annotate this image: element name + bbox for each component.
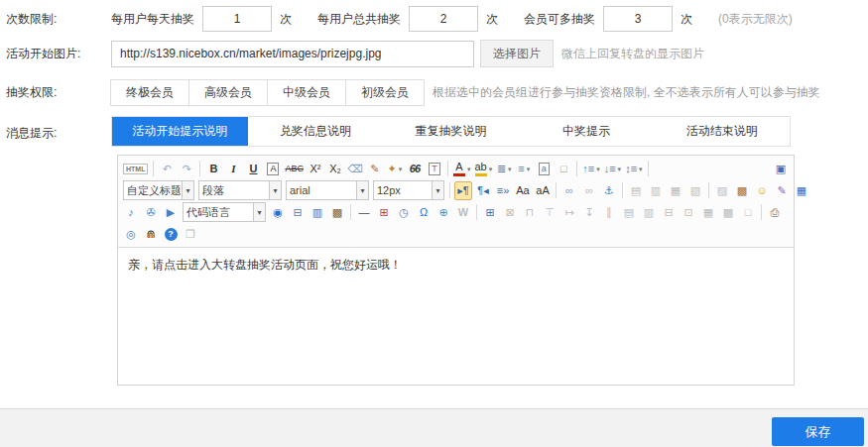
font-color-button[interactable]: A▾ bbox=[452, 160, 472, 178]
unlink-button[interactable]: ∞ bbox=[580, 181, 598, 200]
emoticon-button[interactable]: ☺ bbox=[753, 181, 771, 200]
image-align-left-icon: ▤ bbox=[631, 185, 641, 196]
undo-button[interactable]: ↶ bbox=[158, 160, 176, 178]
attachment-button[interactable]: ✇ bbox=[142, 203, 160, 222]
direction-ltr-button[interactable]: ▸¶ bbox=[454, 181, 472, 200]
image-align-right-button[interactable]: ▧ bbox=[686, 181, 704, 200]
insert-row-button[interactable]: ▤ bbox=[620, 203, 638, 222]
member-group-button[interactable]: 初级会员 bbox=[345, 79, 425, 106]
blockquote-button[interactable]: 66 bbox=[406, 160, 424, 178]
insert-table-button[interactable]: ⊞ bbox=[481, 203, 499, 222]
word-image-button[interactable]: W bbox=[454, 203, 472, 222]
remove-format-button[interactable]: ⌫ bbox=[346, 160, 364, 178]
message-tab[interactable]: 中奖提示 bbox=[519, 117, 655, 146]
direction-rtl-button[interactable]: ¶◂ bbox=[474, 181, 492, 200]
editor-content[interactable]: 亲，请点击进入大转盘抽奖活动页面，祝您好运哦！ bbox=[118, 248, 794, 385]
scrawl-button[interactable]: ✎ bbox=[773, 181, 791, 200]
insert-flash-button[interactable]: ▶ bbox=[162, 203, 180, 222]
choose-image-button[interactable]: 选择图片 bbox=[480, 40, 554, 67]
anchor-button[interactable]: ⚓ bbox=[600, 181, 618, 200]
insert-columns-button[interactable]: ▥ bbox=[309, 203, 326, 222]
merge-cells-button[interactable]: ▦ bbox=[699, 203, 717, 222]
superscript-button[interactable]: X² bbox=[307, 160, 324, 178]
delete-table-icon: ⊠ bbox=[505, 207, 514, 218]
limit-count-input[interactable] bbox=[603, 6, 673, 32]
delete-row-button[interactable]: ⊟ bbox=[660, 203, 678, 222]
custom-title-select[interactable]: 自定义标题▾ bbox=[123, 180, 194, 200]
search-replace-button[interactable]: ⋒ bbox=[142, 225, 160, 244]
paragraph-spacing-bottom-button[interactable]: ↓≡▾ bbox=[603, 160, 622, 178]
paste-plain-text-button[interactable]: T bbox=[426, 160, 443, 178]
auto-typeset-button[interactable]: ✦▾ bbox=[386, 160, 404, 178]
bold-button[interactable]: B bbox=[204, 160, 222, 178]
html-source-button[interactable]: HTML bbox=[122, 160, 149, 178]
format-brush-button[interactable]: ✎ bbox=[366, 160, 384, 178]
font-family-select[interactable]: arial▾ bbox=[286, 180, 369, 200]
table-caption-button[interactable]: ⊓ bbox=[521, 203, 539, 222]
member-group-button[interactable]: 终极会员 bbox=[110, 79, 189, 106]
insert-map-button[interactable]: ⊕ bbox=[434, 203, 452, 222]
insert-time-button[interactable]: ◷ bbox=[395, 203, 413, 222]
to-lowercase-button[interactable]: aA bbox=[534, 181, 552, 200]
background-color-button[interactable]: ab▾ bbox=[473, 160, 493, 178]
insert-column-button[interactable]: ▥ bbox=[640, 203, 658, 222]
code-language-select[interactable]: 代码语言▾ bbox=[183, 202, 266, 222]
special-characters-button[interactable]: Ω bbox=[415, 203, 433, 222]
message-tab[interactable]: 活动结束说明 bbox=[654, 117, 790, 146]
insert-link-button[interactable]: ∞ bbox=[560, 181, 578, 200]
merge-cells-right-button[interactable]: ↦ bbox=[560, 203, 578, 222]
insert-image-button[interactable]: ▨ bbox=[713, 181, 731, 200]
font-border-button[interactable]: A bbox=[264, 160, 282, 178]
new-page-button[interactable]: □ bbox=[555, 160, 572, 178]
preview-button[interactable]: ◎ bbox=[122, 225, 140, 244]
line-height-button[interactable]: ↕≡▾ bbox=[624, 160, 643, 178]
limit-count-input[interactable] bbox=[409, 6, 478, 32]
fullscreen-button[interactable]: ▣ bbox=[772, 160, 790, 178]
member-group-button[interactable]: 高级会员 bbox=[188, 79, 268, 106]
limit-count-input[interactable] bbox=[202, 6, 272, 32]
strikethrough-button[interactable]: ABC bbox=[284, 160, 305, 178]
help-button[interactable]: ? bbox=[162, 225, 180, 244]
insert-date-button[interactable]: ⊞ bbox=[375, 203, 393, 222]
table-background-button[interactable]: □ bbox=[739, 203, 757, 222]
delete-column-button[interactable]: ⊡ bbox=[680, 203, 697, 222]
paragraph-spacing-top-button[interactable]: ↑≡▾ bbox=[581, 160, 600, 178]
insert-audio-button[interactable]: ♪ bbox=[122, 203, 140, 222]
image-align-center-button[interactable]: ▦ bbox=[667, 181, 684, 200]
insert-code-button[interactable]: ◉ bbox=[269, 203, 287, 222]
subscript-button[interactable]: X₂ bbox=[326, 160, 344, 178]
first-line-indent-button[interactable]: ≡» bbox=[494, 181, 512, 200]
insert-video-button[interactable]: ▦ bbox=[793, 181, 810, 200]
template-button[interactable]: ▩ bbox=[328, 203, 346, 222]
message-tab[interactable]: 兑奖信息说明 bbox=[248, 117, 384, 146]
select-all-button[interactable]: a bbox=[535, 160, 553, 178]
paragraph-select[interactable]: 段落▾ bbox=[198, 180, 282, 200]
font-size-select[interactable]: 12px▾ bbox=[373, 180, 444, 200]
print-button[interactable]: ⎙ bbox=[766, 203, 784, 222]
image-align-inline-button[interactable]: ▥ bbox=[647, 181, 665, 200]
image-url-input[interactable] bbox=[111, 41, 474, 67]
delete-table-button[interactable]: ⊠ bbox=[501, 203, 519, 222]
save-button[interactable]: 保存 bbox=[772, 417, 864, 446]
italic-button[interactable]: I bbox=[224, 160, 242, 178]
page-break-button[interactable]: ⊟ bbox=[289, 203, 307, 222]
color-bar bbox=[475, 173, 487, 176]
split-cell-button[interactable]: ∥ bbox=[600, 203, 618, 222]
custom-title-select-value: 自定义标题 bbox=[124, 183, 182, 198]
split-cells-button[interactable]: ▩ bbox=[719, 203, 737, 222]
message-tab[interactable]: 活动开始提示说明 bbox=[112, 117, 248, 146]
member-group-button[interactable]: 中级会员 bbox=[267, 79, 346, 106]
paste-button[interactable]: ❐ bbox=[182, 225, 199, 244]
underline-button[interactable]: U bbox=[244, 160, 262, 178]
to-uppercase-button[interactable]: Aa bbox=[514, 181, 532, 200]
image-align-left-button[interactable]: ▤ bbox=[627, 181, 645, 200]
ordered-list-button[interactable]: ≣▾ bbox=[495, 160, 513, 178]
horizontal-rule-button[interactable]: — bbox=[355, 203, 373, 222]
unordered-list-button[interactable]: ≡▾ bbox=[515, 160, 533, 178]
undo-icon: ↶ bbox=[163, 164, 172, 174]
table-title-row-button[interactable]: ⊤ bbox=[541, 203, 558, 222]
redo-button[interactable]: ↷ bbox=[178, 160, 195, 178]
merge-cells-down-button[interactable]: ↧ bbox=[580, 203, 598, 222]
upload-image-button[interactable]: ▩ bbox=[733, 181, 751, 200]
message-tab[interactable]: 重复抽奖说明 bbox=[383, 117, 519, 146]
